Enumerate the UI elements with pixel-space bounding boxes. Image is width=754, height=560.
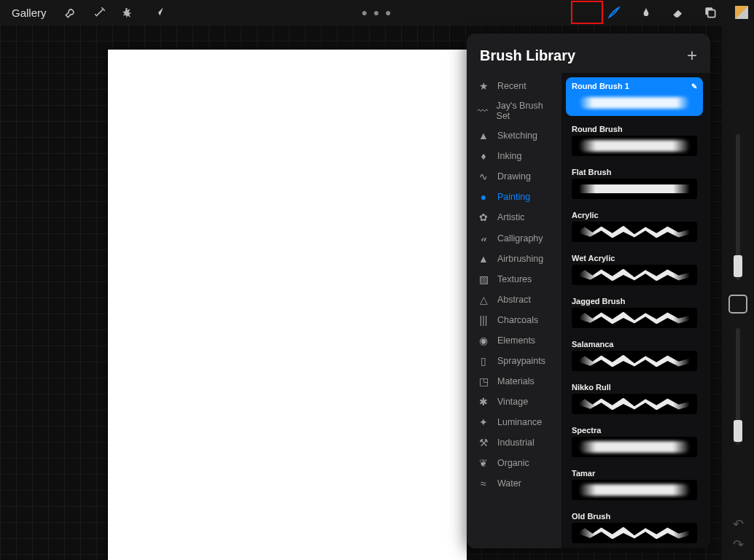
smudge-icon[interactable] <box>639 5 653 20</box>
brush-name-label: Acrylic <box>572 211 599 219</box>
category-drawing[interactable]: ∿Drawing <box>467 166 561 187</box>
brush-category-list[interactable]: ★Recent〰Jay's Brush Set▲Sketching♦Inking… <box>467 73 561 548</box>
brush-name-label: Salamanca <box>572 340 613 349</box>
category-luminance[interactable]: ✦Luminance <box>467 412 561 432</box>
category-icon: 〰 <box>477 105 489 117</box>
category-icon: ▯ <box>477 355 490 367</box>
brush-salamanca[interactable]: Salamanca <box>566 335 703 374</box>
add-brush-icon[interactable]: + <box>687 45 697 66</box>
brush-list[interactable]: Round Brush 1✎Round BrushFlat BrushAcryl… <box>561 73 710 548</box>
layers-icon[interactable] <box>703 5 718 20</box>
category-icon: 𝒶 <box>477 232 490 244</box>
category-label: Painting <box>497 192 530 202</box>
category-industrial[interactable]: ⚒Industrial <box>467 432 561 453</box>
category-spraypaints[interactable]: ▯Spraypaints <box>467 351 561 371</box>
category-jay-s-brush-set[interactable]: 〰Jay's Brush Set <box>467 96 561 125</box>
category-elements[interactable]: ◉Elements <box>467 330 561 351</box>
brush-acrylic[interactable]: Acrylic <box>566 206 703 245</box>
brush-name-label: Round Brush 1 <box>572 82 629 90</box>
category-icon: ≈ <box>477 478 490 489</box>
category-icon: ✱ <box>477 396 490 408</box>
brush-nikko-rull[interactable]: Nikko Rull <box>566 378 703 417</box>
brush-name-label: Wet Acrylic <box>572 254 615 262</box>
brush-spectra[interactable]: Spectra <box>566 421 703 460</box>
category-calligraphy[interactable]: 𝒶Calligraphy <box>467 228 561 249</box>
category-abstract[interactable]: △Abstract <box>467 289 561 310</box>
arrow-icon[interactable] <box>152 6 165 19</box>
category-vintage[interactable]: ✱Vintage <box>467 392 561 412</box>
category-label: Spraypaints <box>497 356 545 366</box>
category-label: Jay's Brush Set <box>497 101 554 121</box>
category-artistic[interactable]: ✿Artistic <box>467 207 561 228</box>
category-materials[interactable]: ◳Materials <box>467 371 561 392</box>
edit-brush-icon[interactable]: ✎ <box>691 82 697 90</box>
brush-stroke-preview <box>572 394 697 414</box>
right-sidebar: ↶ ↷ <box>722 25 754 560</box>
category-water[interactable]: ≈Water <box>467 473 561 494</box>
category-label: Industrial <box>497 438 535 448</box>
brush-stroke-preview <box>572 265 697 285</box>
eraser-icon[interactable] <box>671 5 685 20</box>
canvas[interactable] <box>108 50 467 560</box>
top-toolbar: Gallery ● ● ● <box>0 0 754 25</box>
category-icon: ||| <box>477 314 490 326</box>
wrench-icon[interactable] <box>64 6 77 19</box>
brush-round-brush[interactable]: Round Brush <box>566 120 703 159</box>
category-sketching[interactable]: ▲Sketching <box>467 125 561 146</box>
category-charcoals[interactable]: |||Charcoals <box>467 310 561 330</box>
category-airbrushing[interactable]: ▲Airbrushing <box>467 249 561 269</box>
brush-stroke-preview <box>572 179 697 199</box>
brush-size-slider[interactable] <box>736 134 740 280</box>
brush-name-label: Nikko Rull <box>572 383 611 392</box>
category-label: Water <box>497 478 521 489</box>
category-label: Inking <box>497 151 521 161</box>
wand-icon[interactable] <box>93 6 106 19</box>
category-icon: ▲ <box>477 253 490 265</box>
category-painting[interactable]: ●Painting <box>467 187 561 207</box>
category-icon: ◳ <box>477 376 490 387</box>
brush-icon[interactable] <box>607 5 621 20</box>
brush-name-label: Round Brush <box>572 125 623 133</box>
select-icon[interactable] <box>123 6 136 19</box>
panel-header: Brush Library + <box>467 34 710 73</box>
category-inking[interactable]: ♦Inking <box>467 146 561 166</box>
category-recent[interactable]: ★Recent <box>467 76 561 96</box>
category-icon: ❦ <box>477 457 490 469</box>
ellipsis-icon[interactable]: ● ● ● <box>361 7 392 18</box>
category-organic[interactable]: ❦Organic <box>467 453 561 473</box>
app-root: Gallery ● ● ● <box>0 0 754 560</box>
undo-redo-group: ↶ ↷ <box>733 516 744 553</box>
brush-flat-brush[interactable]: Flat Brush <box>566 163 703 202</box>
panel-title: Brush Library <box>480 47 575 64</box>
top-left-tools <box>64 6 165 19</box>
brush-jagged-brush[interactable]: Jagged Brush <box>566 292 703 331</box>
brush-tamar[interactable]: Tamar <box>566 464 703 503</box>
category-label: Organic <box>497 458 529 468</box>
brush-stroke-preview <box>572 93 697 113</box>
opacity-slider[interactable] <box>736 328 740 445</box>
category-label: Calligraphy <box>497 233 543 244</box>
brush-stroke-preview <box>572 222 697 242</box>
category-label: Charcoals <box>497 315 538 325</box>
brush-name-label: Tamar <box>572 469 595 478</box>
brush-old-brush[interactable]: Old Brush <box>566 508 703 546</box>
undo-icon[interactable]: ↶ <box>733 516 744 532</box>
category-icon: ♦ <box>477 150 490 162</box>
brush-wet-acrylic[interactable]: Wet Acrylic <box>566 249 703 288</box>
category-label: Airbrushing <box>497 254 543 264</box>
category-icon: ★ <box>477 80 490 92</box>
category-label: Luminance <box>497 417 542 427</box>
gallery-button[interactable]: Gallery <box>7 5 51 20</box>
brush-stroke-preview <box>572 351 697 371</box>
category-icon: ◉ <box>477 335 490 346</box>
brush-name-label: Flat Brush <box>572 168 611 176</box>
redo-icon[interactable]: ↷ <box>733 537 744 553</box>
top-right-tools <box>607 0 748 25</box>
modifier-button[interactable] <box>728 295 747 314</box>
brush-name-label: Old Brush <box>572 512 610 521</box>
brush-round-brush-1[interactable]: Round Brush 1✎ <box>566 77 703 116</box>
category-icon: ● <box>477 191 490 203</box>
color-icon[interactable] <box>735 6 748 19</box>
category-label: Abstract <box>497 295 531 305</box>
category-textures[interactable]: ▨Textures <box>467 269 561 289</box>
